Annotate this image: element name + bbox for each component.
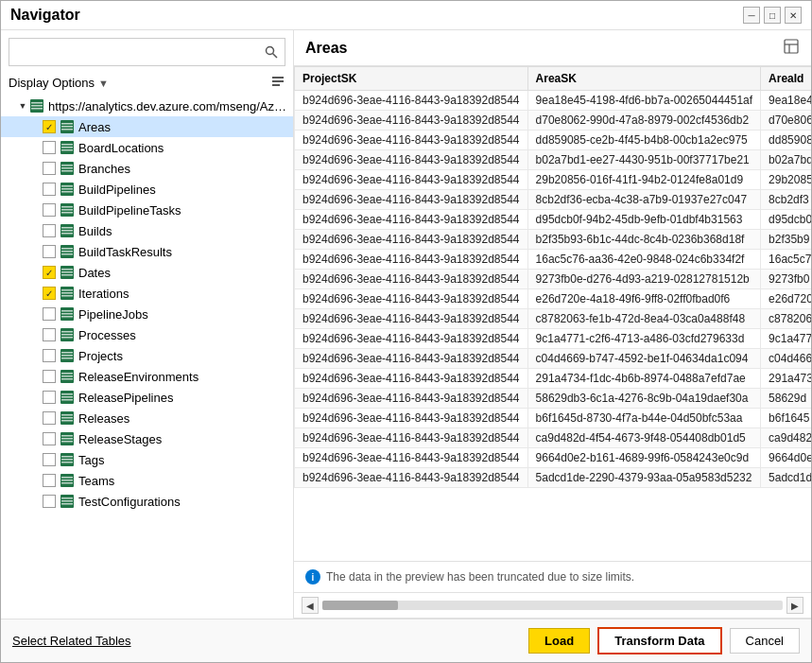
- tree-node-boardlocations[interactable]: BoardLocations: [1, 137, 293, 158]
- tree-checkbox[interactable]: [43, 245, 56, 258]
- tree-checkbox[interactable]: [43, 307, 56, 321]
- svg-rect-42: [61, 289, 73, 291]
- scroll-left-button[interactable]: ◀: [302, 597, 319, 614]
- tree-node-projects[interactable]: Projects: [1, 345, 293, 366]
- table-cell: b924d696-3eae-4116-8443-9a18392d8544: [295, 329, 528, 349]
- svg-rect-36: [61, 253, 73, 255]
- tree-checkbox[interactable]: [43, 224, 56, 237]
- scroll-track[interactable]: [322, 601, 783, 610]
- table-row: b924d696-3eae-4116-8443-9a18392d85449664…: [295, 448, 812, 468]
- svg-rect-66: [61, 414, 73, 416]
- tree-checkbox[interactable]: [43, 203, 56, 217]
- tree-checkbox[interactable]: [43, 411, 56, 425]
- tree-node-releaseenvironments[interactable]: ReleaseEnvironments: [1, 366, 293, 387]
- minimize-button[interactable]: ─: [743, 7, 760, 24]
- svg-rect-38: [61, 269, 73, 270]
- tree-checkbox[interactable]: [43, 432, 56, 445]
- tree-node-teams[interactable]: Teams: [1, 470, 293, 491]
- tree-checkbox[interactable]: [43, 474, 56, 487]
- tree-node-tags[interactable]: Tags: [1, 449, 293, 470]
- table-icon: [60, 327, 75, 342]
- load-button[interactable]: Load: [528, 628, 590, 654]
- search-button[interactable]: [258, 39, 285, 65]
- tree-expand-icon[interactable]: ▼: [16, 99, 29, 113]
- transform-data-button[interactable]: Transform Data: [597, 627, 721, 654]
- tree-checkbox[interactable]: [43, 453, 56, 466]
- tree-node-buildpipelines[interactable]: BuildPipelines: [1, 179, 293, 200]
- table-cell: b924d696-3eae-4116-8443-9a18392d8544: [295, 270, 528, 289]
- tree-node-branches[interactable]: Branches: [1, 158, 293, 179]
- table-cell: 16ac5c76-aa36-42e0-9848-024c6b334f2f: [527, 250, 761, 270]
- tree-node-areas[interactable]: Areas: [1, 116, 293, 137]
- table-cell: b924d696-3eae-4116-8443-9a18392d8544: [295, 190, 528, 210]
- table-cell: b924d696-3eae-4116-8443-9a18392d8544: [295, 349, 528, 369]
- horizontal-scrollbar[interactable]: ◀ ▶: [294, 593, 811, 619]
- tree-checkbox[interactable]: [43, 120, 56, 133]
- tree-item-label: ReleaseStages: [78, 432, 162, 446]
- tree-root-node[interactable]: ▼ https://analytics.dev.azure.com/mseng/…: [1, 96, 293, 116]
- data-table-container[interactable]: ProjectSKAreaSKAreaId b924d696-3eae-4116…: [294, 66, 811, 562]
- tree-checkbox[interactable]: [43, 183, 56, 196]
- svg-rect-16: [61, 149, 73, 151]
- scroll-thumb[interactable]: [322, 601, 398, 610]
- table-cell: c878206: [761, 309, 811, 329]
- svg-line-1: [273, 54, 278, 59]
- table-row: b924d696-3eae-4116-8443-9a18392d8544d70e…: [295, 111, 812, 131]
- tree-node-iterations[interactable]: Iterations: [1, 283, 293, 304]
- svg-rect-85: [785, 40, 798, 53]
- right-header-icon-button[interactable]: [783, 38, 800, 58]
- svg-rect-58: [61, 373, 73, 375]
- tree-item-label: Areas: [78, 120, 111, 134]
- table-head: ProjectSKAreaSKAreaId: [295, 67, 812, 91]
- close-button[interactable]: ✕: [785, 7, 802, 24]
- tree-node-processes[interactable]: Processes: [1, 324, 293, 345]
- display-options-button[interactable]: Display Options ▼: [9, 76, 109, 90]
- table-row: b924d696-3eae-4116-8443-9a18392d8544b02a…: [295, 150, 812, 170]
- tree-checkbox[interactable]: [43, 287, 56, 300]
- table-cell: b924d696-3eae-4116-8443-9a18392d8544: [295, 230, 528, 250]
- tree-node-builds[interactable]: Builds: [1, 220, 293, 241]
- table-icon: [60, 431, 75, 446]
- tree-node-pipelinejobs[interactable]: PipelineJobs: [1, 304, 293, 324]
- tree-node-releasestages[interactable]: ReleaseStages: [1, 428, 293, 449]
- maximize-button[interactable]: □: [764, 7, 781, 24]
- tree-checkbox[interactable]: [43, 328, 56, 341]
- svg-rect-76: [61, 462, 73, 463]
- table-row: b924d696-3eae-4116-8443-9a18392d8544dd85…: [295, 131, 812, 150]
- tree-node-buildtaskresults[interactable]: BuildTaskResults: [1, 241, 293, 262]
- select-related-tables-button[interactable]: Select Related Tables: [12, 634, 131, 648]
- table-cell: 9273fb0e-d276-4d93-a219-02812781512b: [527, 270, 761, 289]
- tree-node-buildpipelinetasks[interactable]: BuildPipelineTasks: [1, 200, 293, 220]
- tree-node-releasepipelines[interactable]: ReleasePipelines: [1, 387, 293, 408]
- tree-checkbox[interactable]: [43, 162, 56, 175]
- info-icon: i: [305, 569, 320, 584]
- tree-checkbox[interactable]: [43, 370, 56, 383]
- svg-rect-26: [61, 206, 73, 208]
- tree-node-releases[interactable]: Releases: [1, 408, 293, 428]
- search-input[interactable]: [9, 42, 258, 63]
- tree-item-label: Branches: [78, 162, 130, 176]
- tree-node-testconfigurations[interactable]: TestConfigurations: [1, 491, 293, 512]
- svg-rect-18: [61, 165, 73, 166]
- expand-icon: [29, 183, 43, 196]
- tree-checkbox[interactable]: [43, 391, 56, 404]
- nav-options-icon-button[interactable]: [270, 74, 285, 92]
- table-cell: ca9d482d-4f54-4673-9f48-054408db01d5: [527, 428, 761, 448]
- scroll-right-button[interactable]: ▶: [786, 597, 803, 614]
- svg-rect-8: [31, 108, 43, 110]
- root-url-label: https://analytics.dev.azure.com/mseng/Az…: [48, 99, 289, 113]
- table-row: b924d696-3eae-4116-8443-9a18392d8544d95d…: [295, 210, 812, 230]
- tree-checkbox[interactable]: [43, 266, 56, 279]
- tree-node-dates[interactable]: Dates: [1, 262, 293, 283]
- svg-rect-19: [61, 167, 73, 169]
- svg-rect-39: [61, 271, 73, 273]
- tree-checkbox[interactable]: [43, 141, 56, 154]
- tree-item-label: Projects: [78, 349, 123, 363]
- expand-icon: [29, 328, 43, 341]
- tree-checkbox[interactable]: [43, 349, 56, 362]
- tree-checkbox[interactable]: [43, 495, 56, 508]
- svg-rect-71: [61, 438, 73, 440]
- tree-scroll-area[interactable]: ▼ https://analytics.dev.azure.com/mseng/…: [1, 96, 293, 619]
- table-cell: b924d696-3eae-4116-8443-9a18392d8544: [295, 210, 528, 230]
- cancel-button[interactable]: Cancel: [730, 628, 800, 654]
